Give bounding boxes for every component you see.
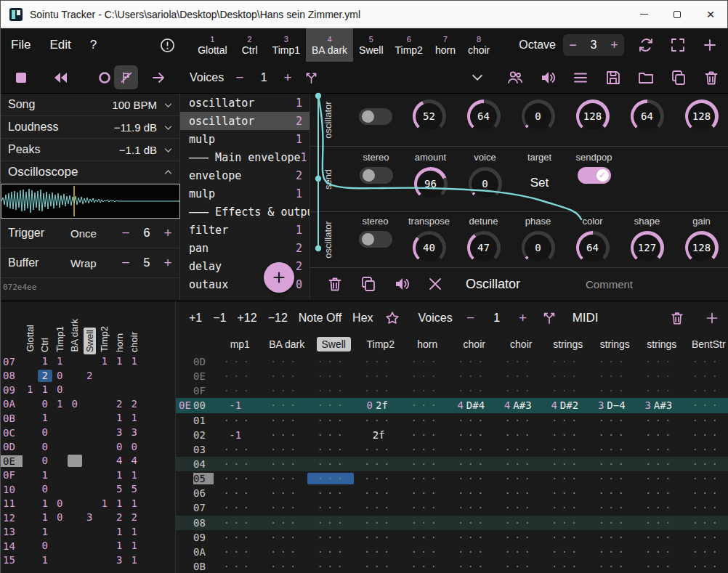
note-cell[interactable]: ··· xyxy=(401,356,448,367)
order-cell[interactable]: 0 xyxy=(38,483,53,495)
note-cell[interactable]: ··· xyxy=(260,415,307,426)
note-cell[interactable]: ··· xyxy=(635,487,682,499)
note-cell[interactable]: ··· xyxy=(682,502,728,513)
note-cell[interactable]: ··· xyxy=(589,517,636,529)
order-cell[interactable] xyxy=(97,554,113,566)
order-cell[interactable]: 1 xyxy=(127,540,142,552)
unit-list-item[interactable]: oscillator 1 xyxy=(180,94,310,112)
editor-track-header[interactable]: strings xyxy=(591,338,639,350)
order-cell[interactable] xyxy=(68,426,83,439)
order-cell[interactable] xyxy=(97,455,113,467)
note-cell[interactable]: ··· xyxy=(541,415,589,426)
note-row-number[interactable]: 07 xyxy=(193,502,213,513)
editor-track-header[interactable]: BentStr xyxy=(685,338,728,350)
note-cell[interactable]: ··· xyxy=(589,444,636,455)
unit-knob[interactable]: 64 xyxy=(631,99,664,133)
note-cell[interactable]: ··· xyxy=(448,370,495,382)
note-cell[interactable]: ··· xyxy=(214,487,261,499)
note-row-number[interactable]: 0F xyxy=(193,385,213,397)
split-voices-icon[interactable] xyxy=(541,310,557,326)
note-cell[interactable]: ··· xyxy=(541,517,589,529)
note-cell[interactable]: ··· xyxy=(589,429,636,441)
note-cell[interactable]: ··· xyxy=(354,561,401,572)
note-cell[interactable]: ··· xyxy=(307,473,355,484)
note-cell[interactable]: ··· xyxy=(682,415,728,426)
order-cell[interactable] xyxy=(82,383,97,396)
order-row-number[interactable]: 09 xyxy=(1,384,23,396)
order-cell[interactable] xyxy=(127,383,142,396)
editor-track-header[interactable]: strings xyxy=(545,338,592,350)
note-cell[interactable]: 3A#3 xyxy=(635,399,682,411)
note-cell[interactable]: ··· xyxy=(260,444,307,455)
note-cell[interactable]: ··· xyxy=(589,356,636,367)
unit-list-item[interactable]: mulp 1 xyxy=(180,130,310,148)
note-cell[interactable]: ··· xyxy=(635,532,682,543)
note-cell[interactable]: ··· xyxy=(635,546,682,558)
order-cell[interactable]: 1 xyxy=(112,540,127,552)
note-cell[interactable]: ··· xyxy=(354,415,401,426)
note-cell[interactable]: ··· xyxy=(354,444,401,455)
note-cell[interactable]: ··· xyxy=(448,502,495,513)
order-row-number[interactable]: 11 xyxy=(1,497,23,509)
order-cell[interactable]: 1 xyxy=(127,554,142,566)
order-cell[interactable] xyxy=(23,426,38,439)
note-cell[interactable]: 02f xyxy=(354,399,401,411)
param-knob[interactable]: 128 xyxy=(685,231,719,264)
order-column-header[interactable]: Glottal xyxy=(23,322,38,354)
order-column-header[interactable]: BA dark xyxy=(68,317,83,354)
add-pattern-icon[interactable] xyxy=(704,310,720,326)
note-cell[interactable]: ··· xyxy=(214,356,261,367)
order-cell[interactable] xyxy=(23,526,38,538)
editor-voices-minus-button[interactable]: − xyxy=(464,310,478,326)
order-cell[interactable]: 1 xyxy=(127,526,142,538)
order-row-number[interactable]: 15 xyxy=(1,554,23,566)
note-cell[interactable]: ··· xyxy=(354,546,401,558)
order-cell[interactable] xyxy=(97,526,113,538)
note-cell[interactable]: ··· xyxy=(682,517,728,529)
note-cell[interactable]: ··· xyxy=(495,487,542,499)
unit-knob[interactable]: 52 xyxy=(413,99,446,133)
note-cell[interactable]: ··· xyxy=(541,370,589,382)
note-cell[interactable]: ··· xyxy=(495,444,542,455)
note-row-number[interactable]: 09 xyxy=(193,532,213,543)
note-cell[interactable]: ··· xyxy=(307,356,355,367)
unit-knob[interactable]: 128 xyxy=(685,99,719,133)
speaker-icon[interactable] xyxy=(539,69,557,86)
note-cell[interactable]: ··· xyxy=(541,532,589,543)
note-cell[interactable]: ··· xyxy=(682,385,728,397)
note-cell[interactable]: ··· xyxy=(541,561,589,572)
note-cell[interactable]: ··· xyxy=(448,458,495,470)
order-cell[interactable] xyxy=(52,483,68,495)
note-cell[interactable]: ··· xyxy=(541,487,589,499)
note-cell[interactable]: ··· xyxy=(354,487,401,499)
note-cell[interactable]: ··· xyxy=(495,473,542,484)
order-cell[interactable] xyxy=(97,441,113,453)
order-cell[interactable] xyxy=(97,483,113,495)
note-cell[interactable]: ··· xyxy=(589,370,636,382)
order-cell[interactable] xyxy=(82,526,97,538)
note-cell[interactable]: ··· xyxy=(354,502,401,513)
editor-voices-value[interactable]: 1 xyxy=(489,312,505,325)
note-cell[interactable]: ··· xyxy=(307,399,355,411)
order-cell[interactable]: 4 xyxy=(127,455,142,467)
chevron-down-icon[interactable] xyxy=(163,145,174,155)
note-cell[interactable]: ··· xyxy=(260,429,307,441)
order-cell[interactable]: 1 xyxy=(97,355,113,367)
order-cell[interactable] xyxy=(68,441,83,453)
note-row-number[interactable]: 0D xyxy=(193,356,213,367)
stereo-toggle[interactable] xyxy=(360,167,393,184)
order-cell[interactable]: 3 xyxy=(82,511,97,524)
note-cell[interactable]: -1 xyxy=(214,429,261,441)
order-column-header[interactable]: Ctrl xyxy=(38,336,53,354)
trigger-value[interactable]: 6 xyxy=(139,227,155,240)
note-cell[interactable]: ··· xyxy=(401,415,448,426)
order-cell[interactable] xyxy=(97,370,113,382)
note-cell[interactable]: ··· xyxy=(495,502,542,513)
note-cell[interactable]: ··· xyxy=(682,370,728,382)
note-cell[interactable]: ··· xyxy=(448,444,495,455)
order-cell[interactable]: 5 xyxy=(112,483,127,495)
track-tab[interactable]: 4 BA dark xyxy=(306,28,353,62)
follow-flag-button[interactable] xyxy=(114,65,138,89)
order-row-number[interactable]: 0B xyxy=(1,413,23,424)
note-cell[interactable]: ··· xyxy=(214,532,261,543)
